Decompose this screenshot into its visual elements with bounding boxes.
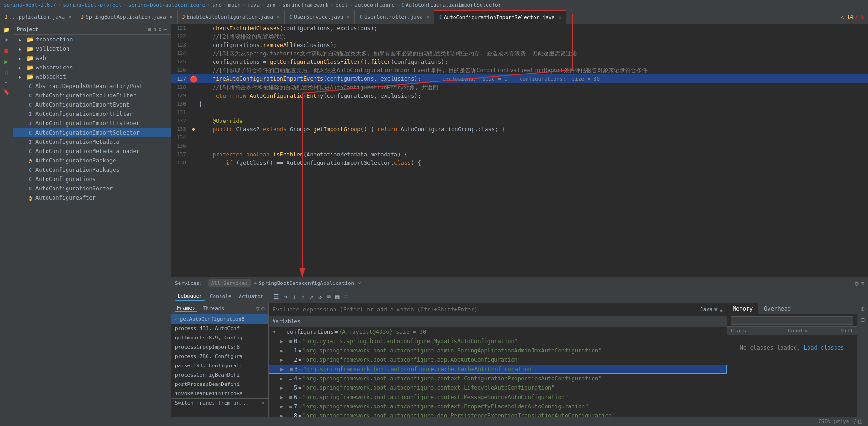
right-icon-2[interactable]: ⊟ — [861, 316, 864, 324]
expand-icon[interactable]: ⊞ — [861, 280, 864, 287]
tab-userservice[interactable]: C UserService.java × — [285, 10, 355, 24]
sidebar-item-package[interactable]: @ AutoConfigurationPackage — [13, 156, 171, 165]
sidebar-minimize[interactable]: — — [164, 26, 167, 33]
app-close[interactable]: × — [358, 280, 361, 286]
frame-item-1[interactable]: process:433, AutoConf — [171, 324, 268, 333]
frame-settings[interactable]: ⊕ — [261, 305, 265, 312]
var-item-0[interactable]: ▶ ≡ 0 = "org.mybatis.spring.boot.autocon… — [269, 337, 727, 346]
memory-tab-overhead[interactable]: Overhead — [758, 303, 796, 314]
var-expand-7[interactable]: ▶ — [280, 403, 287, 410]
memory-tab-memory[interactable]: Memory — [727, 303, 758, 314]
var-expand-4[interactable]: ▶ — [280, 375, 287, 382]
sidebar-item-transaction[interactable]: ▶ 📂 transaction — [13, 35, 171, 44]
toolbar-step-over[interactable]: ↷ — [282, 293, 289, 300]
sidebar-item-autoconfigurations[interactable]: C AutoConfigurations — [13, 175, 171, 184]
frame-item-2[interactable]: getImports:879, Config — [171, 333, 268, 342]
tab-usercontroller[interactable]: C UserController.java × — [355, 10, 434, 24]
sidebar-action-1[interactable]: ≡ — [148, 26, 151, 33]
sidebar-item-excludefilter[interactable]: C AutoConfigurationExcludeFilter — [13, 91, 171, 100]
threads-tab[interactable]: Threads — [201, 305, 226, 312]
debug-step-icon[interactable]: ↷ — [4, 79, 8, 86]
sidebar-item-importfilter[interactable]: I AutoConfigurationImportFilter — [13, 109, 171, 119]
debug-pause-icon[interactable]: ⏸ — [2, 68, 11, 77]
tab-close-2[interactable]: × — [170, 14, 173, 20]
tab-close-5[interactable]: × — [427, 14, 429, 20]
var-expand-6[interactable]: ▶ — [280, 394, 287, 400]
var-expand-2[interactable]: ▶ — [280, 357, 287, 363]
evaluate-input[interactable] — [273, 306, 696, 313]
sidebar-item-importselector[interactable]: C AutoConfigurationImportSelector — [13, 128, 171, 137]
load-classes-link[interactable]: Load classes — [804, 345, 844, 351]
frame-item-4[interactable]: process:780, Configura — [171, 352, 268, 361]
var-item-1[interactable]: ▶ ≡ 1 = "org.springframework.boot.autoco… — [269, 346, 727, 355]
sidebar-item-abstractdepends[interactable]: C AbstractDependsOnBeanFactoryPost — [13, 81, 171, 91]
var-item-2[interactable]: ▶ ≡ 2 = "org.springframework.boot.autoco… — [269, 355, 727, 365]
var-item-7[interactable]: ▶ ≡ 7 = "org.springframework.boot.autoco… — [269, 402, 727, 411]
variables-list[interactable]: ▼ ≡ configurations = {ArrayList@4336} si… — [269, 327, 727, 426]
debug-run-icon[interactable]: ▶ — [3, 57, 9, 66]
code-area[interactable]: 121 checkExcludedClasses(configurations,… — [171, 24, 868, 277]
frames-tab[interactable]: Frames — [175, 304, 197, 312]
memory-search-input[interactable] — [731, 316, 853, 325]
eval-arrows[interactable]: ▼ — [714, 306, 718, 313]
frame-item-switch[interactable]: Switch frames from an... × — [171, 398, 268, 407]
frame-item-8[interactable]: invokeBeanDefinitionRe — [171, 389, 268, 398]
sidebar-item-packages[interactable]: C AutoConfigurationPackages — [13, 165, 171, 175]
tab-springbootapplication[interactable]: J SpringBootApplication.java × — [76, 10, 177, 24]
actuator-tab[interactable]: Actuator — [236, 292, 266, 300]
toolbar-table[interactable]: ▦ — [334, 293, 341, 300]
toolbar-step-out[interactable]: ↑ — [300, 293, 306, 300]
sidebar-item-metadata[interactable]: I AutoConfigurationMetadata — [13, 137, 171, 147]
sidebar-item-sorter[interactable]: C AutoConfigurationSorter — [13, 184, 171, 193]
var-item-4[interactable]: ▶ ≡ 4 = "org.springframework.boot.autoco… — [269, 374, 727, 383]
breadcrumb-item-1[interactable]: spring-boot-2.6.7 — [4, 2, 56, 8]
frame-item-7[interactable]: postProcessBeanDefini — [171, 379, 268, 389]
frame-item-5[interactable]: parse:193, Configurati — [171, 361, 268, 370]
project-icon[interactable]: 📁 — [2, 26, 11, 34]
breadcrumb-item-3[interactable]: spring-boot-autoconfigure — [128, 2, 206, 8]
var-expand-configurations[interactable]: ▼ — [273, 329, 280, 335]
breadcrumb-item-2[interactable]: spring-boot-project — [63, 2, 121, 8]
right-icon-1[interactable]: ⊕ — [861, 305, 864, 312]
tab-close-3[interactable]: × — [277, 14, 280, 20]
sidebar-item-importlistener[interactable]: I AutoConfigurationImportListener — [13, 119, 171, 128]
sidebar-item-validation[interactable]: ▶ 📂 validation — [13, 44, 171, 54]
console-tab[interactable]: Console — [207, 292, 234, 300]
frame-item-0[interactable]: ✓ getAutoConfigurationE — [171, 314, 268, 324]
var-configurations[interactable]: ▼ ≡ configurations = {ArrayList@4336} si… — [269, 327, 727, 337]
toolbar-step-into[interactable]: ↓ — [291, 293, 298, 300]
sidebar-gear[interactable]: ⚙ — [159, 26, 162, 33]
tab-close-1[interactable]: × — [68, 14, 71, 20]
settings-icon[interactable]: ⚙ — [855, 280, 858, 287]
sidebar-item-websocket[interactable]: ▶ 📂 websocket — [13, 72, 171, 81]
filter-icon[interactable]: ▽ — [256, 305, 260, 312]
bookmark-icon[interactable]: 🔖 — [2, 88, 11, 96]
all-services-btn[interactable]: All Services — [208, 279, 251, 287]
sidebar-action-2[interactable]: ⇅ — [153, 26, 156, 33]
debug-stop-icon[interactable]: ■ — [3, 46, 9, 55]
var-expand-1[interactable]: ▶ — [280, 347, 287, 354]
var-expand-5[interactable]: ▶ — [280, 385, 287, 391]
var-item-5[interactable]: ▶ ≡ 5 = "org.springframework.boot.autoco… — [269, 383, 727, 392]
var-expand-0[interactable]: ▶ — [280, 338, 287, 345]
frame-item-3[interactable]: processGroupImports:8 — [171, 342, 268, 352]
frame-item-6[interactable]: processConfigBeanDefi — [171, 370, 268, 379]
sidebar-item-webservices[interactable]: ▶ 📂 webservices — [13, 63, 171, 72]
toolbar-settings[interactable]: ≡ — [342, 293, 349, 300]
eval-arrows2[interactable]: ▲ — [720, 306, 723, 313]
tab-close-4[interactable]: × — [347, 14, 350, 20]
toolbar-evaluate[interactable]: ⌨ — [326, 293, 332, 300]
var-item-6[interactable]: ▶ ≡ 6 = "org.springframework.boot.autoco… — [269, 392, 727, 402]
toolbar-list-icon[interactable]: ☰ — [272, 293, 280, 300]
debugger-tab[interactable]: Debugger — [175, 292, 205, 301]
frame-close[interactable]: × — [262, 400, 265, 406]
structure-icon[interactable]: ⊞ — [4, 36, 9, 44]
tab-autoimportselector[interactable]: C AutoConfigurationImportSelector.java × — [434, 10, 566, 24]
var-expand-3[interactable]: ▶ — [280, 366, 288, 372]
toolbar-run-cursor[interactable]: ↗ — [308, 293, 315, 300]
sidebar-item-importevent[interactable]: C AutoConfigurationImportEvent — [13, 100, 171, 109]
tab-close-6[interactable]: × — [558, 15, 561, 20]
sidebar-item-metadataloader[interactable]: C AutoConfigurationMetadataLoader — [13, 147, 171, 156]
tab-application[interactable]: J ...pplication.java × — [0, 10, 76, 24]
sidebar-item-web[interactable]: ▶ 📂 web — [13, 54, 171, 63]
